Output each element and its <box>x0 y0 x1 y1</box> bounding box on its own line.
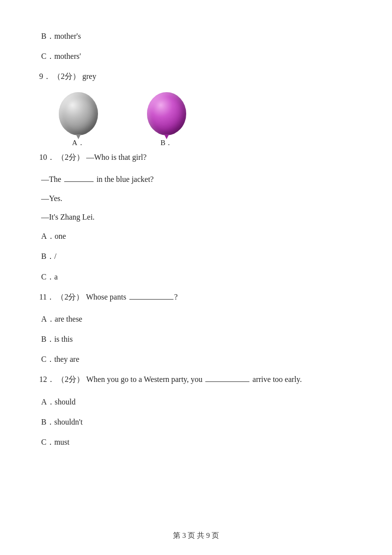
dialog-text-3: —It's Zhang Lei. <box>41 213 95 221</box>
dialog-line-1: —The in the blue jacket? <box>39 173 353 187</box>
question-11-points: （2分） <box>56 293 84 301</box>
option-12-b: B．shouldn't <box>39 415 353 429</box>
option-12-c: C．must <box>39 435 353 449</box>
balloon-b-label: B． <box>160 138 172 148</box>
option-11-b-label: B．is this <box>41 335 73 343</box>
blank-11 <box>129 299 173 300</box>
option-10-c: C．a <box>39 270 353 283</box>
question-12-number: 12． <box>39 375 55 383</box>
dialog-text-1: —The in the blue jacket? <box>41 175 154 183</box>
blank-12 <box>205 381 249 382</box>
question-11: 11． （2分） Whose pants ? <box>39 290 353 303</box>
question-9: 9． （2分） grey <box>39 70 353 83</box>
balloon-silver-icon <box>59 92 98 135</box>
option-11-a: A．are these <box>39 312 353 326</box>
page-footer: 第 3 页 共 9 页 <box>0 531 392 540</box>
question-11-number: 11． <box>39 293 54 301</box>
option-b-mothers: B．mother's <box>39 29 353 43</box>
balloon-b-container: B． <box>147 92 186 148</box>
option-b-mothers-label: B．mother's <box>41 32 81 40</box>
dialog-line-3: —It's Zhang Lei. <box>39 210 353 225</box>
option-10-a-label: A．one <box>41 232 66 240</box>
option-11-b: B．is this <box>39 332 353 346</box>
option-10-b-label: B．/ <box>41 252 56 260</box>
dialog-text-2: —Yes. <box>41 194 62 202</box>
option-c-mothers: C．mothers' <box>39 50 353 63</box>
option-c-mothers-label: C．mothers' <box>41 52 81 60</box>
question-12-text-post: arrive too early. <box>250 375 302 383</box>
page-content: B．mother's C．mothers' 9． （2分） grey A． B．… <box>0 0 392 485</box>
question-10-text: —Who is that girl? <box>86 153 147 161</box>
question-12-points: （2分） <box>57 375 84 383</box>
blank-1 <box>64 181 94 182</box>
footer-text: 第 3 页 共 9 页 <box>173 531 219 539</box>
option-10-a: A．one <box>39 229 353 243</box>
option-11-c: C．they are <box>39 353 353 366</box>
option-12-b-label: B．shouldn't <box>41 418 83 426</box>
option-12-c-label: C．must <box>41 438 70 446</box>
question-9-text: grey <box>82 72 96 80</box>
question-10: 10． （2分） —Who is that girl? <box>39 151 353 164</box>
question-10-points: （2分） <box>57 153 84 161</box>
balloon-a-label: A． <box>72 138 85 148</box>
option-11-c-label: C．they are <box>41 355 79 363</box>
question-9-number: 9． <box>39 72 51 80</box>
balloon-purple-icon <box>147 92 186 135</box>
dialog-line-2: —Yes. <box>39 192 353 206</box>
question-12: 12． （2分） When you go to a Western party,… <box>39 373 353 386</box>
question-12-text-pre: When you go to a Western party, you <box>86 375 204 383</box>
option-10-c-label: C．a <box>41 273 58 281</box>
question-11-text-post: ? <box>174 293 178 301</box>
option-10-b: B．/ <box>39 250 353 263</box>
option-11-a-label: A．are these <box>41 315 82 323</box>
question-10-number: 10． <box>39 153 55 161</box>
balloons-row: A． B． <box>59 92 353 148</box>
balloon-a-container: A． <box>59 92 98 148</box>
option-12-a: A．should <box>39 395 353 408</box>
question-9-points: （2分） <box>53 72 80 80</box>
question-11-text-pre: Whose pants <box>86 293 128 301</box>
option-12-a-label: A．should <box>41 398 75 406</box>
